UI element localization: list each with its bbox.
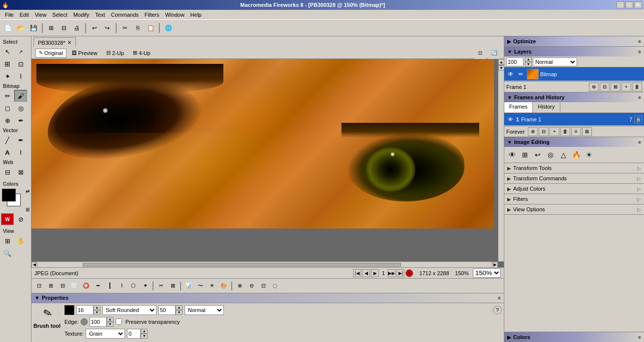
expand-selection-btn[interactable]: ⊕ bbox=[234, 281, 245, 291]
new-frame-btn[interactable]: + bbox=[550, 127, 559, 136]
ie-eye-btn[interactable]: 👁 bbox=[506, 149, 518, 161]
menu-help[interactable]: Help bbox=[187, 11, 205, 19]
rubber-stamp-tool[interactable]: ⊕ bbox=[1, 114, 14, 126]
pencil-tool[interactable]: ✏ bbox=[1, 90, 14, 102]
colors-panel-header[interactable]: ▶ Colors ≡ bbox=[504, 332, 644, 342]
new-layer-btn[interactable]: + bbox=[621, 83, 631, 91]
oval-marquee-btn[interactable]: ⭕ bbox=[81, 281, 92, 291]
help-button[interactable]: ? bbox=[493, 306, 502, 314]
select-all-btn[interactable]: ⊡ bbox=[33, 281, 44, 291]
layers-blend-select[interactable]: Normal Multiply Screen bbox=[533, 57, 577, 66]
menu-filters[interactable]: Filters bbox=[142, 11, 162, 19]
fit-page-button[interactable]: 🔄 bbox=[488, 47, 500, 59]
frames-options-btn[interactable]: ≡ bbox=[571, 127, 581, 136]
maximize-button[interactable]: □ bbox=[625, 1, 633, 8]
ac-expand[interactable]: ▷ bbox=[637, 186, 641, 192]
export-button[interactable]: ⊟ bbox=[58, 22, 70, 34]
frame-visibility-icon[interactable]: 👁 bbox=[506, 115, 514, 123]
tab-frames[interactable]: Frames bbox=[504, 102, 533, 113]
slice-tool[interactable]: ⊠ bbox=[14, 166, 27, 178]
curves-btn[interactable]: 〜 bbox=[195, 281, 206, 291]
status-zoom-select[interactable]: 50% 75% 100% 150% 200% bbox=[473, 268, 501, 278]
frame-prev-btn[interactable]: ◀ bbox=[362, 269, 370, 277]
edge-up-arrow[interactable]: ▲ bbox=[107, 317, 114, 322]
view-options-header[interactable]: ▶ View Options ▷ bbox=[504, 204, 644, 214]
delete-layer-btn[interactable]: 🗑 bbox=[632, 83, 642, 91]
fil-expand[interactable]: ▷ bbox=[637, 197, 641, 202]
edge-down-arrow[interactable]: ▼ bbox=[107, 322, 114, 327]
levels-btn[interactable]: 📊 bbox=[183, 281, 194, 291]
tab-preview[interactable]: 🖼 Preview bbox=[68, 49, 101, 57]
hscroll-thumb[interactable] bbox=[83, 263, 401, 267]
freeform-tool[interactable]: ⌇ bbox=[14, 146, 27, 158]
brightness-btn[interactable]: ☀ bbox=[207, 281, 217, 291]
filters-header[interactable]: ▶ Filters ▷ bbox=[504, 194, 644, 204]
layers-options[interactable]: ≡ bbox=[638, 49, 641, 55]
subselect-tool[interactable]: ↗ bbox=[14, 46, 27, 57]
contract-selection-btn[interactable]: ⊖ bbox=[246, 281, 257, 291]
size-up-arrow[interactable]: ▲ bbox=[93, 305, 100, 310]
eraser-tool[interactable]: ◻ bbox=[1, 102, 14, 114]
tip-shape-select[interactable]: Soft Rounded Hard Rounded Soft Square Ha… bbox=[102, 305, 156, 315]
print-button[interactable]: 🖨 bbox=[71, 22, 83, 34]
magic-wand-tool[interactable]: ✦ bbox=[1, 70, 14, 82]
frames-options[interactable]: ≡ bbox=[638, 95, 641, 100]
frame-move-down-btn[interactable]: ⊟ bbox=[539, 127, 549, 136]
menu-edit[interactable]: Edit bbox=[17, 11, 32, 19]
brush-color-swatch[interactable] bbox=[64, 305, 74, 315]
frame-last-btn[interactable]: ▶| bbox=[397, 269, 404, 277]
optimize-options[interactable]: ≡ bbox=[638, 39, 641, 44]
hide-panels-button[interactable]: ⊡ bbox=[474, 47, 486, 59]
blur-tool[interactable]: ◎ bbox=[14, 102, 27, 114]
tab-original[interactable]: ✎ Original bbox=[35, 49, 66, 57]
swap-colors-button[interactable]: ⇄ bbox=[26, 189, 30, 194]
hscroll-left[interactable]: ◀ bbox=[31, 262, 37, 268]
ie-transform-btn[interactable]: ⊞ bbox=[519, 149, 531, 161]
ie-options[interactable]: ≡ bbox=[638, 140, 641, 145]
edge-type-icon[interactable] bbox=[81, 318, 88, 325]
add-mask-btn[interactable]: ⊟ bbox=[600, 83, 610, 91]
smooth-selection-btn[interactable]: ◌ bbox=[270, 281, 280, 291]
foreground-color-swatch[interactable] bbox=[2, 189, 16, 201]
hue-btn[interactable]: 🎨 bbox=[218, 281, 229, 291]
image-editing-header[interactable]: ▼ Image Editing ≡ bbox=[504, 137, 644, 147]
blend-mode-select[interactable]: Normal Multiply Screen Overlay bbox=[184, 305, 224, 315]
transform-tools-header[interactable]: ▶ Transform Tools ▷ bbox=[504, 163, 644, 173]
undo-button[interactable]: ↩ bbox=[89, 22, 100, 34]
deselect-btn[interactable]: ⊞ bbox=[45, 281, 56, 291]
edge-input[interactable]: 100 bbox=[90, 317, 107, 327]
opacity-input[interactable]: 50 bbox=[158, 305, 176, 315]
vscroll-thumb[interactable] bbox=[499, 65, 503, 66]
frame-lock-icon[interactable]: 🔒 bbox=[634, 115, 642, 123]
frame-item-1[interactable]: 👁 1 Frame 1 7 🔒 bbox=[504, 113, 644, 126]
frame-play-btn[interactable]: ▶▶ bbox=[388, 269, 396, 277]
paste-button[interactable]: 📋 bbox=[145, 22, 156, 34]
optimize-header[interactable]: ▶ Optimize ≡ bbox=[504, 36, 644, 46]
line-tool[interactable]: ╱ bbox=[1, 134, 14, 146]
texture-down-arrow[interactable]: ▼ bbox=[141, 334, 148, 339]
marquee-btn[interactable]: ⬜ bbox=[69, 281, 80, 291]
eyedropper-tool[interactable]: ✒ bbox=[14, 114, 27, 126]
canvas-hscroll[interactable]: ◀ ▶ bbox=[31, 261, 498, 267]
layers-opacity-input[interactable]: 100 bbox=[506, 57, 523, 66]
copy-button[interactable]: ⎘ bbox=[132, 22, 144, 34]
layer-edit-icon[interactable]: ✏ bbox=[517, 70, 525, 79]
menu-file[interactable]: File bbox=[2, 11, 17, 19]
tab-history[interactable]: History bbox=[533, 102, 560, 113]
tab-4up[interactable]: ⊞ 4-Up bbox=[129, 48, 154, 57]
vo-expand[interactable]: ▷ bbox=[637, 207, 641, 212]
magic-wand-btn[interactable]: ✦ bbox=[140, 281, 151, 291]
frames-distribute-btn[interactable]: ⊠ bbox=[582, 127, 592, 136]
menu-text[interactable]: Text bbox=[92, 11, 108, 19]
ie-burn-btn[interactable]: 🔥 bbox=[570, 149, 582, 161]
no-color-button[interactable]: ⊘ bbox=[14, 213, 27, 225]
tt-expand[interactable]: ▷ bbox=[637, 166, 641, 171]
save-button[interactable]: 💾 bbox=[28, 22, 39, 34]
brush-tool[interactable]: 🖌 bbox=[14, 90, 27, 102]
crop-tool[interactable]: ⊡ bbox=[14, 58, 27, 70]
hand-tool[interactable]: ✋ bbox=[14, 235, 27, 247]
close-button[interactable]: ✕ bbox=[634, 1, 642, 8]
frame-move-up-btn[interactable]: ⊕ bbox=[528, 127, 538, 136]
redo-button[interactable]: ↪ bbox=[101, 22, 113, 34]
tab-2up[interactable]: ⊟ 2-Up bbox=[103, 48, 127, 57]
